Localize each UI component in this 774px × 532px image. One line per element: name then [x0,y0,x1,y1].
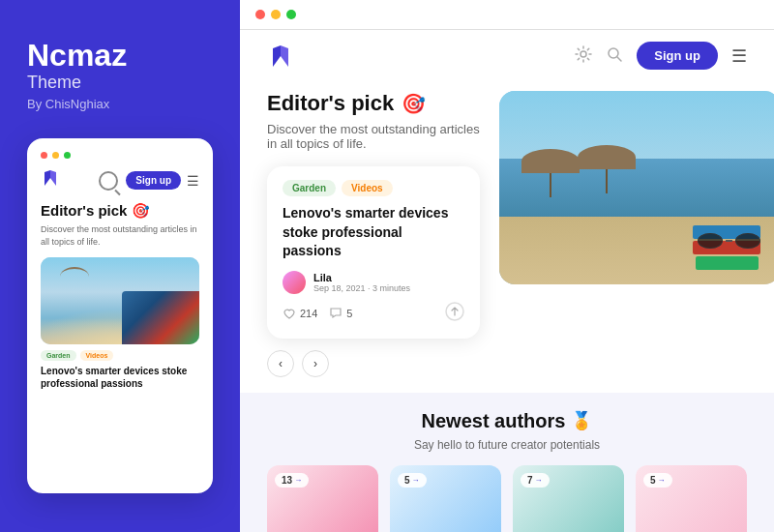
sidebar-by: By ChisNghiax [27,97,213,111]
phone-tag-videos: Videos [80,350,114,361]
sunglasses [698,233,760,249]
badge-arrow-1: → [294,476,302,485]
author-card-1[interactable]: 13 → [267,465,378,532]
card-title: Lenovo's smarter devices stoke professio… [283,204,464,261]
sg-lens-right [735,233,760,249]
menu-icon[interactable]: ☰ [731,45,747,67]
browser-chrome [240,0,774,30]
newest-authors-title-row: Newest authors 🏅 [267,410,747,432]
newest-authors-emoji: 🏅 [571,410,592,431]
card-author-date: Sep 18, 2021 · 3 minutes [313,283,410,293]
hero-section: Editor's pick 🎯 Discover the most outsta… [240,81,774,393]
hero-title: Editor's pick [267,91,394,116]
badge-arrow-4: → [658,476,666,485]
article-card: Garden Videos Lenovo's smarter devices s… [267,166,480,339]
browser-dot-green [286,10,296,19]
hero-left: Editor's pick 🎯 Discover the most outsta… [267,91,499,377]
card-tag-videos: Videos [342,180,393,196]
browser-dot-yellow [271,10,281,19]
desktop-nav-icons: Sign up ☰ [575,42,747,70]
sidebar-subtitle: Theme [27,73,213,93]
phone-menu-icon: ☰ [187,173,199,189]
card-author-row: Lila Sep 18, 2021 · 3 minutes [283,271,464,294]
phone-mockup: Sign up ☰ Editor's pick 🎯 Discover the m… [27,138,213,493]
hero-title-row: Editor's pick 🎯 [267,91,480,116]
books-stack [693,225,760,270]
card-comments: 5 [329,307,352,320]
author-cards: 13 → 5 → 7 → [267,465,747,532]
search-icon[interactable] [606,45,623,67]
next-arrow[interactable]: › [302,350,329,377]
phone-dot-green [64,152,71,159]
newest-authors-subtitle: Say hello to future creator potentials [267,438,747,452]
phone-signup-button[interactable]: Sign up [126,171,181,190]
beach-scene [499,91,774,284]
editors-pick-emoji: 🎯 [402,92,426,115]
hero-subtitle: Discover the most outstanding articles i… [267,122,480,151]
newest-authors-title: Newest authors 🏅 [422,410,593,432]
nav-arrows: ‹ › [267,350,480,377]
badge-arrow-3: → [535,476,543,485]
sidebar-title: Ncmaz [27,39,213,73]
hero-image [499,91,774,284]
phone-logo [41,168,60,192]
share-icon[interactable] [445,302,464,325]
parasol-1 [521,149,580,192]
author-card-4[interactable]: 5 → [636,465,747,532]
phone-tag-garden: Garden [41,350,76,361]
card-likes: 214 [283,307,317,320]
author-count-badge-3: 7 → [521,473,550,488]
phone-article-title: Lenovo's smarter devices stoke professio… [41,365,199,390]
author-card-2[interactable]: 5 → [390,465,501,532]
newest-authors-section: Newest authors 🏅 Say hello to future cre… [240,393,774,532]
card-tag-garden: Garden [283,180,336,196]
likes-count: 214 [300,308,317,319]
card-stats: 214 5 [283,302,464,325]
author-count-badge-4: 5 → [643,473,672,488]
settings-icon[interactable] [575,45,592,67]
phone-dots [41,152,199,159]
phone-editors-pick: Editor's pick 🎯 [41,202,199,220]
prev-arrow[interactable]: ‹ [267,350,294,377]
sg-lens-left [698,233,723,249]
phone-description: Discover the most outstanding articles i… [41,223,199,248]
comments-count: 5 [346,308,352,319]
card-author-info: Lila Sep 18, 2021 · 3 minutes [313,272,410,293]
sidebar: Ncmaz Theme By ChisNghiax Sign up ☰ Edit… [0,0,240,532]
desktop-view: Sign up ☰ Editor's pick 🎯 Discover the m… [240,30,774,532]
desktop-logo [267,42,294,69]
phone-article-image [41,257,199,344]
sg-bridge [726,240,733,242]
svg-point-0 [580,51,586,57]
desktop-signup-button[interactable]: Sign up [637,42,718,70]
card-author-name: Lila [313,272,410,283]
parasol-2 [578,145,636,189]
phone-tags: Garden Videos [41,350,199,361]
card-tags: Garden Videos [283,180,464,196]
card-avatar [283,271,306,294]
phone-dot-red [41,152,47,159]
phone-search-icon [99,171,118,191]
author-count-badge-1: 13 → [275,473,309,488]
author-card-3[interactable]: 7 → [513,465,624,532]
author-count-badge-2: 5 → [398,473,427,488]
desktop-nav: Sign up ☰ [240,30,774,81]
browser-dot-red [255,10,265,19]
hero-image-background [499,91,774,284]
badge-arrow-2: → [412,476,420,485]
book-3 [696,256,759,270]
phone-nav: Sign up ☰ [41,168,199,192]
phone-dot-yellow [52,152,59,159]
main-content: Sign up ☰ Editor's pick 🎯 Discover the m… [240,0,774,532]
